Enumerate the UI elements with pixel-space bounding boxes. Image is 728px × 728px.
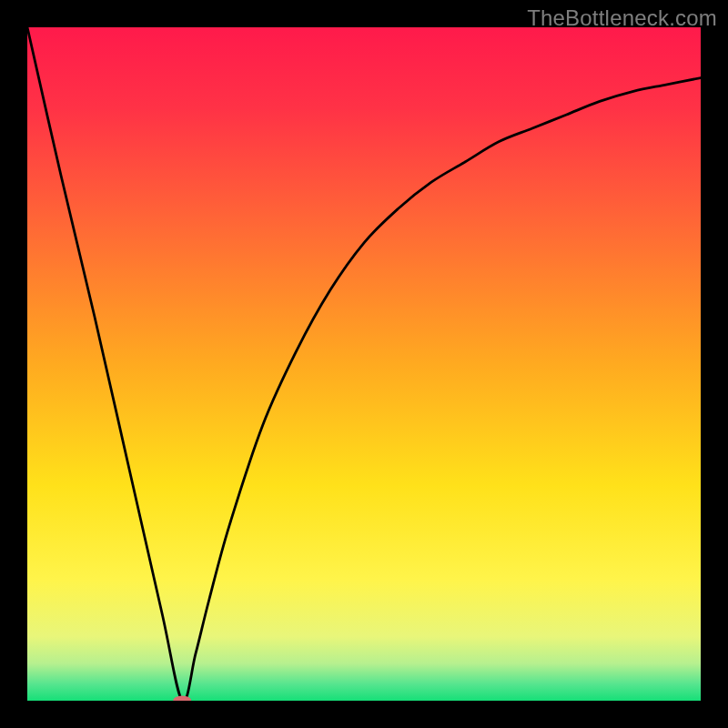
gradient-background [27, 27, 701, 701]
chart-frame [27, 27, 701, 701]
bottleneck-chart [27, 27, 701, 701]
attribution-label: TheBottleneck.com [527, 5, 717, 31]
